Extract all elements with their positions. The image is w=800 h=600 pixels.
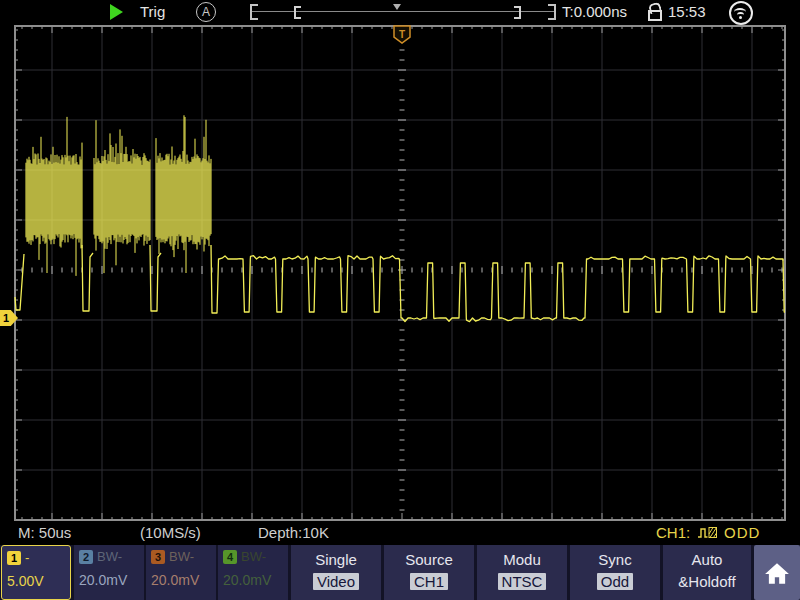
menu-label: Sync xyxy=(570,551,660,568)
ch2-scale: 20.0mV xyxy=(79,572,127,588)
top-bar: Trig A T:0.000ns 15:53 xyxy=(0,0,800,25)
menu-button-sync[interactable]: Sync Odd xyxy=(570,545,660,600)
oscilloscope-screen: Trig A T:0.000ns 15:53 T 1 M: 50us xyxy=(0,0,800,600)
menu-label: Single xyxy=(291,551,381,568)
record-bracket-left xyxy=(250,4,258,20)
trigger-position-pointer[interactable] xyxy=(393,4,401,10)
channel-4-cell[interactable]: 4BW- 20.0mV xyxy=(218,545,288,600)
menu-button-source[interactable]: Source CH1 xyxy=(384,545,474,600)
depth-readout: Depth:10K xyxy=(258,524,329,541)
ch1-scale: 5.00V xyxy=(7,573,44,589)
auto-trigger-letter: A xyxy=(202,5,210,19)
horizontal-position-bar[interactable] xyxy=(250,2,556,22)
wifi-icon[interactable] xyxy=(729,1,753,25)
menu-value: Video xyxy=(313,573,359,590)
bottom-menu: 1- 5.00V 2BW- 20.0mV 3BW- 20.0mV 4BW- 20… xyxy=(0,545,800,600)
unlock-icon[interactable] xyxy=(648,3,662,21)
channel-2-cell[interactable]: 2BW- 20.0mV xyxy=(74,545,144,600)
svg-text:T: T xyxy=(399,29,405,40)
channel-3-cell[interactable]: 3BW- 20.0mV xyxy=(146,545,216,600)
waveform-canvas: T xyxy=(14,25,786,521)
ch2-badge: 2 xyxy=(79,550,93,564)
menu-value: NTSC xyxy=(498,573,547,590)
menu-button-modu[interactable]: Modu NTSC xyxy=(477,545,567,600)
clock: 15:53 xyxy=(668,3,706,20)
window-bracket-left xyxy=(294,6,301,19)
run-play-icon[interactable] xyxy=(110,4,123,20)
menu-value: Odd xyxy=(597,573,633,590)
field-readout: ODD xyxy=(724,524,760,541)
ch4-coupling: BW- xyxy=(241,550,266,564)
menu-value: &Holdoff xyxy=(678,573,735,590)
menu-label: Auto xyxy=(663,551,751,568)
channel-1-cell[interactable]: 1- 5.00V xyxy=(1,545,71,600)
trigger-source-readout: CH1: xyxy=(656,524,690,541)
window-bracket-right xyxy=(514,6,521,19)
ch4-scale: 20.0mV xyxy=(223,572,271,588)
ch4-badge: 4 xyxy=(223,550,237,564)
lock-body xyxy=(648,10,662,21)
home-button[interactable] xyxy=(754,545,800,600)
record-bracket-right xyxy=(548,4,556,20)
wifi-dot xyxy=(739,16,742,19)
samplerate-readout: (10MS/s) xyxy=(140,524,201,541)
trigger-offset-readout: T:0.000ns xyxy=(562,3,627,20)
auto-trigger-icon: A xyxy=(196,2,216,22)
ch1-coupling: - xyxy=(25,551,29,565)
home-icon xyxy=(764,561,790,585)
menu-button-single[interactable]: Single Video xyxy=(291,545,381,600)
menu-value: CH1 xyxy=(410,573,448,590)
menu-button-auto-holdoff[interactable]: Auto &Holdoff xyxy=(663,545,751,600)
ch2-coupling: BW- xyxy=(97,550,122,564)
menu-label: Source xyxy=(384,551,474,568)
timebase-readout: M: 50us xyxy=(18,524,71,541)
graticule: T xyxy=(14,25,786,521)
trig-label: Trig xyxy=(140,3,165,20)
ch1-badge: 1 xyxy=(7,551,21,565)
menu-label: Modu xyxy=(477,551,567,568)
ch3-scale: 20.0mV xyxy=(151,572,199,588)
ch3-coupling: BW- xyxy=(169,550,194,564)
status-bar: M: 50us (10MS/s) Depth:10K CH1: ODD xyxy=(0,521,800,545)
video-trigger-icon xyxy=(697,525,719,540)
ch3-badge: 3 xyxy=(151,550,165,564)
